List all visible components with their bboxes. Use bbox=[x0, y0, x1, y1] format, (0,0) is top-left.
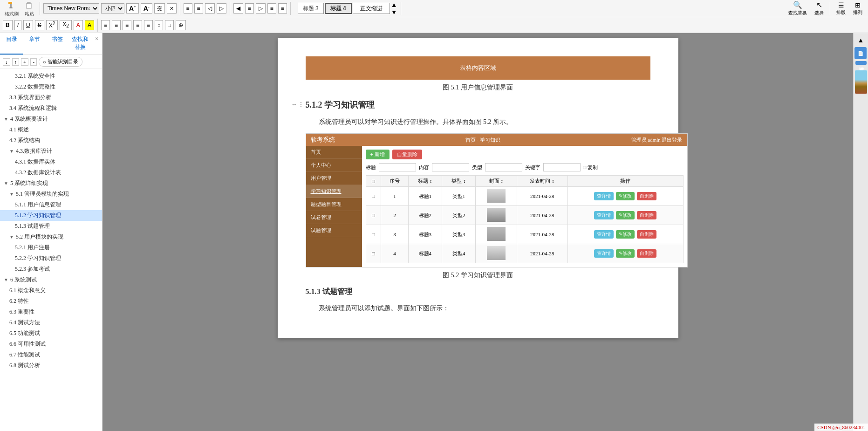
toc-item-321[interactable]: 3.2.1 系统安全性 bbox=[0, 71, 102, 82]
subscript-button[interactable]: X2 bbox=[60, 20, 72, 30]
scroll-up-button[interactable]: ▲ bbox=[854, 35, 868, 45]
toc-item-42[interactable]: 4.2 系统结构 bbox=[0, 135, 102, 146]
layout-button[interactable]: ☰ 排版 bbox=[834, 0, 848, 17]
toc-item-33[interactable]: 3.3 系统界面分析 bbox=[0, 92, 102, 103]
row-align-center-button[interactable]: ≡ bbox=[112, 20, 121, 30]
italic-button[interactable]: I bbox=[14, 20, 21, 30]
bold-button[interactable]: B bbox=[3, 20, 13, 30]
heading4-button[interactable]: 标题 4 bbox=[325, 3, 352, 14]
toc-item-62[interactable]: 6.2 特性 bbox=[0, 296, 102, 307]
align-right-button[interactable]: ▷ bbox=[256, 3, 266, 14]
row-justify-button[interactable]: ≡ bbox=[133, 20, 142, 30]
row1-delete-button[interactable]: 自删除 bbox=[637, 192, 656, 200]
row-align-right-button[interactable]: ≡ bbox=[123, 20, 131, 30]
essay-icon-button[interactable]: 📄 bbox=[854, 47, 867, 59]
toc-item-34[interactable]: 3.4 系统流程和逻辑 bbox=[0, 103, 102, 114]
row3-delete-button[interactable]: 自删除 bbox=[637, 230, 656, 239]
borders-button[interactable]: □ bbox=[165, 20, 174, 30]
sidebar-tab-toc[interactable]: 目录 bbox=[0, 33, 23, 55]
toc-item-51[interactable]: ▼5.1 管理员模块的实现 bbox=[0, 189, 102, 199]
col-date[interactable]: 发表时间 ↕ bbox=[517, 176, 567, 187]
select-button[interactable]: ↖ 选择 bbox=[812, 0, 827, 17]
toc-item-322[interactable]: 3.2.2 数据完整性 bbox=[0, 82, 102, 92]
row4-check[interactable]: □ bbox=[366, 244, 381, 263]
toc-item-43[interactable]: ▼4.3.数据库设计 bbox=[0, 146, 102, 157]
font-size-select[interactable]: 小四 四号 三号 bbox=[101, 3, 124, 14]
row1-detail-button[interactable]: 查详情 bbox=[594, 192, 614, 200]
toc-expand-all-button[interactable]: ↓ bbox=[3, 58, 10, 66]
style-dropdown-button[interactable]: ▲▼ bbox=[391, 1, 397, 16]
col-title[interactable]: 标题 ↕ bbox=[408, 176, 442, 187]
heading3-button[interactable]: 标题 3 bbox=[298, 3, 324, 14]
line-height-button[interactable]: ↕ bbox=[155, 20, 163, 30]
change-case-button[interactable]: 变 bbox=[154, 3, 165, 14]
filter-checkbox[interactable]: □ 复制 bbox=[583, 164, 598, 171]
row2-check[interactable]: □ bbox=[366, 206, 381, 225]
toc-item-67[interactable]: 6.7 性能测试 bbox=[0, 349, 102, 360]
unordered-list-button[interactable]: ≡ bbox=[184, 3, 192, 14]
toc-item-68[interactable]: 6.8 测试分析 bbox=[0, 360, 102, 371]
toc-item-523[interactable]: 5.2.3 参加考试 bbox=[0, 264, 102, 274]
toc-item-64[interactable]: 6.4 测试方法 bbox=[0, 317, 102, 328]
row3-detail-button[interactable]: 查详情 bbox=[594, 230, 614, 239]
special-char-button[interactable]: ⊕ bbox=[176, 20, 186, 30]
row-align-left-button[interactable]: ≡ bbox=[101, 20, 110, 30]
indent-increase-button[interactable]: ▷ bbox=[217, 3, 226, 14]
row4-detail-button[interactable]: 查详情 bbox=[594, 249, 614, 258]
find-replace-button[interactable]: 🔍 查找替换 bbox=[786, 0, 810, 17]
toc-item-521[interactable]: 5.2.1 用户注册 bbox=[0, 242, 102, 253]
zhengwen-button[interactable]: 正文缩进 bbox=[353, 3, 390, 14]
sys-sidebar-home[interactable]: 首页 bbox=[306, 146, 362, 159]
toc-item-6[interactable]: ▼6 系统测试 bbox=[0, 274, 102, 285]
sidebar-tab-find[interactable]: 查找和替换 bbox=[68, 33, 91, 55]
toc-item-431[interactable]: 4.3.1 数据库实体 bbox=[0, 157, 102, 167]
row3-check[interactable]: □ bbox=[366, 225, 381, 244]
sidebar-tab-bookmark[interactable]: 书签 bbox=[46, 33, 68, 55]
sys-sidebar-questions[interactable]: 试题管理 bbox=[306, 224, 362, 237]
font-family-select[interactable]: Times New Roma 宋体 黑体 bbox=[43, 3, 99, 14]
row1-edit-button[interactable]: ✎修改 bbox=[616, 192, 635, 200]
sys-sidebar-knowledge[interactable]: 学习知识管理 bbox=[306, 185, 362, 198]
toc-item-61[interactable]: 6.1 概念和意义 bbox=[0, 285, 102, 296]
toc-item-512[interactable]: 5.1.2 学习知识管理 bbox=[0, 210, 102, 221]
row3-edit-button[interactable]: ✎修改 bbox=[616, 230, 635, 239]
filter-type-input[interactable] bbox=[485, 163, 522, 171]
toc-item-513[interactable]: 5.1.3 试题管理 bbox=[0, 221, 102, 232]
columns-button[interactable]: ⊞ 排列 bbox=[850, 0, 865, 17]
toc-item-522[interactable]: 5.2.2 学习知识管理 bbox=[0, 253, 102, 264]
toc-collapse-all-button[interactable]: ↑ bbox=[12, 58, 20, 66]
toc-item-432[interactable]: 4.3.2 数据库设计表 bbox=[0, 167, 102, 178]
filter-keyword-input[interactable] bbox=[543, 163, 581, 171]
sys-delete-button[interactable]: 自量删除 bbox=[392, 150, 422, 159]
filter-title-input[interactable] bbox=[379, 163, 416, 171]
toc-item-66[interactable]: 6.6 可用性测试 bbox=[0, 339, 102, 349]
col-cover[interactable]: 封面 ↕ bbox=[476, 176, 517, 187]
strikethrough-button[interactable]: S bbox=[35, 20, 44, 30]
filter-content-input[interactable] bbox=[432, 163, 469, 171]
sys-sidebar-paper[interactable]: 试卷管理 bbox=[306, 211, 362, 224]
underline-button[interactable]: U bbox=[23, 20, 33, 30]
sys-sidebar-questiontype[interactable]: 题型题目管理 bbox=[306, 198, 362, 211]
format-brush-button[interactable]: 格式刷 bbox=[3, 0, 21, 18]
paste-button[interactable]: 粘贴 bbox=[22, 0, 36, 18]
toc-add-button[interactable]: + bbox=[21, 58, 28, 66]
toc-item-52[interactable]: ▼5.2 用户模块的实现 bbox=[0, 232, 102, 242]
col-type[interactable]: 类型 ↕ bbox=[442, 176, 475, 187]
sys-sidebar-profile[interactable]: 个人中心 bbox=[306, 159, 362, 172]
decrease-font-button[interactable]: A- bbox=[141, 3, 152, 14]
justify-button[interactable]: ≡ bbox=[267, 3, 276, 14]
sys-add-button[interactable]: + 新增 bbox=[366, 150, 390, 159]
toc-item-511[interactable]: 5.1.1 用户信息管理 bbox=[0, 199, 102, 210]
distribute-button[interactable]: ≡ bbox=[278, 3, 287, 14]
align-left-button[interactable]: ◀ bbox=[233, 3, 243, 14]
toc-item-5[interactable]: ▼5 系统详细实现 bbox=[0, 178, 102, 189]
toc-item-4[interactable]: ▼4 系统概要设计 bbox=[0, 114, 102, 124]
superscript-button[interactable]: X2 bbox=[46, 20, 58, 30]
row-distribute-button[interactable]: ≡ bbox=[144, 20, 153, 30]
toc-item-65[interactable]: 6.5 功能测试 bbox=[0, 328, 102, 339]
row2-delete-button[interactable]: 自删除 bbox=[637, 211, 656, 219]
sidebar-tab-chapter[interactable]: 章节 bbox=[23, 33, 46, 55]
essay-check-label[interactable]: 论文查重 bbox=[855, 61, 867, 65]
increase-font-button[interactable]: A+ bbox=[126, 3, 139, 14]
toc-item-63[interactable]: 6.3 重要性 bbox=[0, 307, 102, 317]
